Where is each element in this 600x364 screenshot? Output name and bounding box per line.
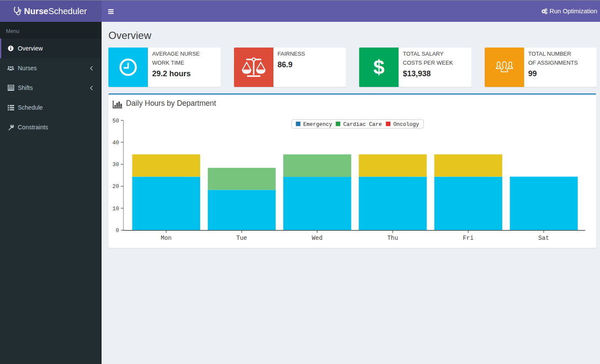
svg-text:Emergency: Emergency	[303, 122, 332, 128]
svg-text:Mon: Mon	[161, 235, 171, 242]
svg-text:Thu: Thu	[387, 235, 398, 242]
svg-text:Tue: Tue	[236, 235, 247, 242]
svg-text:Cardiac Care: Cardiac Care	[343, 122, 381, 128]
svg-text:Sat: Sat	[538, 235, 549, 242]
svg-text:30: 30	[112, 161, 119, 168]
svg-text:10: 10	[112, 206, 119, 212]
svg-text:40: 40	[112, 140, 119, 146]
svg-text:Fri: Fri	[462, 235, 473, 242]
svg-text:50: 50	[112, 118, 119, 124]
svg-text:Wed: Wed	[312, 235, 322, 242]
svg-text:0: 0	[116, 227, 119, 234]
svg-text:Oncology: Oncology	[393, 122, 419, 128]
svg-text:20: 20	[112, 183, 119, 190]
